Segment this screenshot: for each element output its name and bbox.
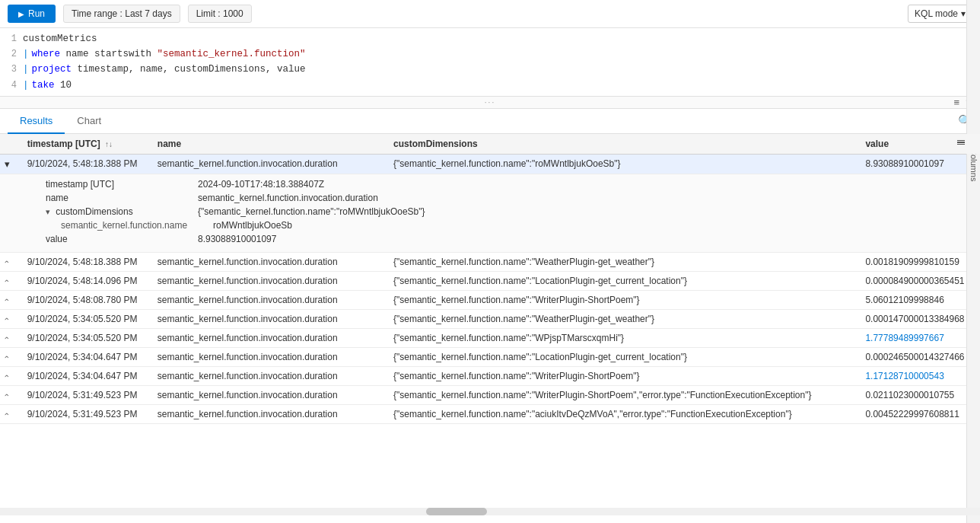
cell-value: 1.77789489997667 — [858, 328, 980, 347]
table-row[interactable]: › 9/10/2024, 5:34:05.520 PM semantic_ker… — [0, 309, 980, 328]
limit-selector[interactable]: Limit : 1000 — [188, 5, 252, 23]
expand-button[interactable]: › — [0, 385, 20, 404]
tabs-row: Results Chart 🔍 — [0, 109, 980, 134]
time-range-selector[interactable]: Time range : Last 7 days — [63, 5, 180, 23]
columns-icon[interactable] — [957, 140, 965, 145]
collapse-bar[interactable]: ≡ ⌃ — [0, 97, 980, 109]
table-row[interactable]: › 9/10/2024, 5:34:04.647 PM semantic_ker… — [0, 366, 980, 385]
right-panel: Columns — [966, 0, 980, 523]
expand-button[interactable]: › — [0, 290, 20, 309]
expand-button[interactable]: ▾ — [0, 154, 20, 174]
table-row[interactable]: › 9/10/2024, 5:34:05.520 PM semantic_ker… — [0, 328, 980, 347]
th-custom-dimensions: customDimensions — [386, 134, 858, 155]
kql-mode-dropdown[interactable]: KQL mode ▾ — [908, 5, 972, 23]
cell-value: 0.000147000013384968 — [858, 309, 980, 328]
th-name: name — [150, 134, 386, 155]
cell-timestamp: 9/10/2024, 5:34:05.520 PM — [20, 328, 150, 347]
kql-mode-label: KQL mode — [915, 8, 958, 19]
expand-button[interactable]: › — [0, 271, 20, 290]
results-table: timestamp [UTC] ↑↓ name customDimensions… — [0, 134, 980, 424]
cell-name: semantic_kernel.function.invocation.dura… — [150, 385, 386, 404]
cell-name: semantic_kernel.function.invocation.dura… — [150, 328, 386, 347]
cell-timestamp: 9/10/2024, 5:48:18.388 PM — [20, 154, 150, 174]
cell-name: semantic_kernel.function.invocation.dura… — [150, 252, 386, 271]
expand-button[interactable]: › — [0, 347, 20, 366]
scrollbar-thumb[interactable] — [426, 508, 487, 515]
cell-custom-dimensions: {"semantic_kernel.function.name":"Writer… — [386, 385, 858, 404]
format-icon[interactable]: ≡ — [953, 97, 959, 108]
cell-custom-dimensions: {"semantic_kernel.function.name":"Weathe… — [386, 252, 858, 271]
th-timestamp[interactable]: timestamp [UTC] ↑↓ — [20, 134, 150, 155]
toolbar: ▶ Run Time range : Last 7 days Limit : 1… — [0, 0, 980, 28]
cell-name: semantic_kernel.function.invocation.dura… — [150, 366, 386, 385]
cell-value: 1.17128710000543 — [858, 366, 980, 385]
run-label: Run — [28, 8, 45, 19]
cell-timestamp: 9/10/2024, 5:48:14.096 PM — [20, 271, 150, 290]
cell-custom-dimensions: {"semantic_kernel.function.name":"WPjspT… — [386, 328, 858, 347]
cell-timestamp: 9/10/2024, 5:48:08.780 PM — [20, 290, 150, 309]
expanded-timestamp-row: timestamp [UTC] 2024-09-10T17:48:18.3884… — [46, 177, 980, 191]
code-line-3: 3 | project timestamp, name, customDimen… — [0, 62, 980, 77]
run-button[interactable]: ▶ Run — [8, 5, 56, 23]
expanded-cd-row: ▾ customDimensions {"semantic_kernel.fun… — [46, 205, 980, 218]
line-number-4: 4 — [2, 78, 23, 93]
tab-chart[interactable]: Chart — [65, 109, 113, 134]
cell-name: semantic_kernel.function.invocation.dura… — [150, 271, 386, 290]
expanded-cd-entry-row: semantic_kernel.function.name roMWntlbju… — [46, 218, 980, 232]
cell-value: 0.000084900000365451 — [858, 271, 980, 290]
code-line-4: 4 | take 10 — [0, 78, 980, 93]
cell-name: semantic_kernel.function.invocation.dura… — [150, 290, 386, 309]
line-number-1: 1 — [2, 32, 23, 46]
line-number-3: 3 — [2, 62, 23, 77]
cell-timestamp: 9/10/2024, 5:48:18.388 PM — [20, 252, 150, 271]
cell-name: semantic_kernel.function.invocation.dura… — [150, 309, 386, 328]
th-value: value — [858, 134, 980, 155]
table-row[interactable]: › 9/10/2024, 5:48:14.096 PM semantic_ker… — [0, 271, 980, 290]
table-row[interactable]: › 9/10/2024, 5:48:08.780 PM semantic_ker… — [0, 290, 980, 309]
cell-name: semantic_kernel.function.invocation.dura… — [150, 347, 386, 366]
table-row[interactable]: › 9/10/2024, 5:31:49.523 PM semantic_ker… — [0, 385, 980, 404]
cell-custom-dimensions: {"semantic_kernel.function.name":"aciukI… — [386, 404, 858, 423]
cell-timestamp: 9/10/2024, 5:34:05.520 PM — [20, 309, 150, 328]
cell-custom-dimensions: {"semantic_kernel.function.name":"Locati… — [386, 271, 858, 290]
table-row[interactable]: › 9/10/2024, 5:34:04.647 PM semantic_ker… — [0, 347, 980, 366]
sub-expand-icon[interactable]: ▾ — [46, 207, 50, 216]
expanded-name-row: name semantic_kernel.function.invocation… — [46, 191, 980, 205]
expand-button[interactable]: › — [0, 328, 20, 347]
line-number-2: 2 — [2, 47, 23, 62]
cell-custom-dimensions: {"semantic_kernel.function.name":"Weathe… — [386, 309, 858, 328]
cell-name: semantic_kernel.function.invocation.dura… — [150, 404, 386, 423]
sort-icon: ↑↓ — [105, 140, 113, 148]
cell-custom-dimensions: {"semantic_kernel.function.name":"roMWnt… — [386, 154, 858, 174]
expand-button[interactable]: › — [0, 252, 20, 271]
cell-name: semantic_kernel.function.invocation.dura… — [150, 154, 386, 174]
cell-value: 0.000246500014327466 — [858, 347, 980, 366]
value-link[interactable]: 1.17128710000543 — [865, 371, 943, 381]
th-expand — [0, 134, 20, 155]
cell-custom-dimensions: {"semantic_kernel.function.name":"Locati… — [386, 347, 858, 366]
expanded-detail-row: timestamp [UTC] 2024-09-10T17:48:18.3884… — [0, 174, 980, 252]
table-row[interactable]: ▾ 9/10/2024, 5:48:18.388 PM semantic_ker… — [0, 154, 980, 174]
value-link[interactable]: 1.77789489997667 — [865, 333, 943, 343]
horizontal-scrollbar[interactable] — [0, 508, 980, 515]
results-area[interactable]: timestamp [UTC] ↑↓ name customDimensions… — [0, 134, 980, 523]
cell-timestamp: 9/10/2024, 5:31:49.523 PM — [20, 385, 150, 404]
tab-results[interactable]: Results — [8, 109, 65, 134]
table-header-row: timestamp [UTC] ↑↓ name customDimensions… — [0, 134, 980, 155]
code-editor[interactable]: 1 customMetrics 2 | where name startswit… — [0, 28, 980, 97]
code-line-2: 2 | where name startswith "semantic_kern… — [0, 46, 980, 62]
expand-button[interactable]: › — [0, 366, 20, 385]
cell-value: 5.06012109998846 — [858, 290, 980, 309]
expanded-value-row: value 8.93088910001097 — [46, 232, 980, 246]
cell-value: 0.00452229997608811 — [858, 404, 980, 423]
cell-timestamp: 9/10/2024, 5:31:49.523 PM — [20, 404, 150, 423]
table-row[interactable]: › 9/10/2024, 5:48:18.388 PM semantic_ker… — [0, 252, 980, 271]
expand-button[interactable]: › — [0, 404, 20, 423]
table-row[interactable]: › 9/10/2024, 5:31:49.523 PM semantic_ker… — [0, 404, 980, 423]
expand-button[interactable]: › — [0, 309, 20, 328]
play-icon: ▶ — [18, 10, 24, 18]
cell-value: 0.00181909999810159 — [858, 252, 980, 271]
cell-value: 0.0211023000010755 — [858, 385, 980, 404]
cell-custom-dimensions: {"semantic_kernel.function.name":"Writer… — [386, 366, 858, 385]
cell-custom-dimensions: {"semantic_kernel.function.name":"Writer… — [386, 290, 858, 309]
